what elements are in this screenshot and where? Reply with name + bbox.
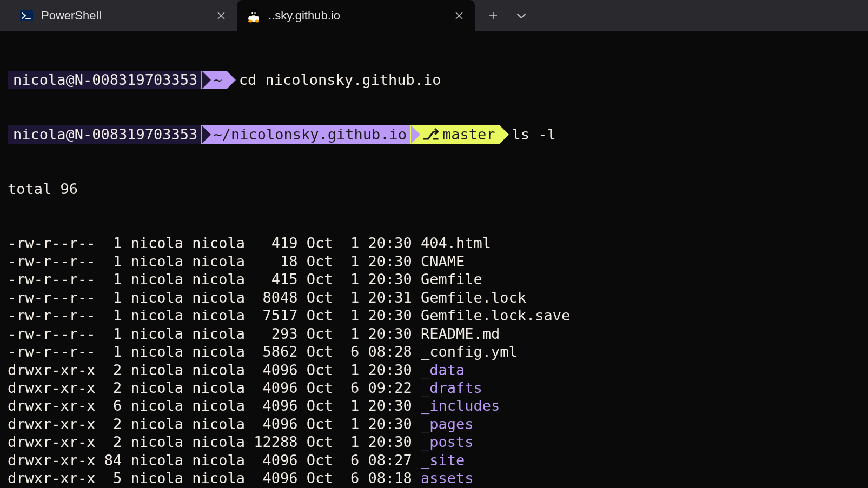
directory-name: _site [421,452,465,469]
list-item: -rw-r--r-- 1 nicola nicola 293 Oct 1 20:… [8,325,860,343]
list-item: drwxr-xr-x 2 nicola nicola 4096 Oct 1 20… [8,415,860,433]
titlebar-actions [485,7,530,24]
tab-title: ..sky.github.io [268,9,443,23]
command-text: ls -l [512,126,556,143]
powershell-icon [19,9,34,23]
ls-total: total 96 [8,180,860,198]
directory-name: _includes [421,397,500,414]
command-text: cd nicolonsky.github.io [239,71,441,88]
directory-name: assets [421,470,474,486]
prompt-user: nicola@N-008319703353 [8,71,202,89]
list-item: -rw-r--r-- 1 nicola nicola 7517 Oct 1 20… [8,306,860,324]
new-tab-button[interactable] [485,7,502,24]
list-item: drwxr-xr-x 2 nicola nicola 4096 Oct 1 20… [8,361,860,379]
svg-point-9 [248,20,253,23]
titlebar: PowerShell ..sky.github.io [0,0,868,31]
list-item: -rw-r--r-- 1 nicola nicola 415 Oct 1 20:… [8,270,860,288]
dropdown-button[interactable] [513,7,530,24]
prompt-user: nicola@N-008319703353 [8,125,202,144]
tux-icon [247,9,261,23]
list-item: -rw-r--r-- 1 nicola nicola 419 Oct 1 20:… [8,234,860,252]
tab-powershell[interactable]: PowerShell [10,0,237,31]
svg-point-7 [251,12,253,14]
file-name: 404.html [421,235,491,251]
prompt-line: nicola@N-008319703353~cd nicolonsky.gith… [8,71,860,89]
list-item: -rw-r--r-- 1 nicola nicola 8048 Oct 1 20… [8,289,860,306]
file-name: Gemfile [421,271,482,288]
list-item: drwxr-xr-x 2 nicola nicola 12288 Oct 1 2… [8,433,860,451]
file-name: Gemfile.lock [421,289,526,306]
svg-point-10 [255,20,259,23]
svg-point-8 [254,12,255,14]
file-name: Gemfile.lock.save [421,307,570,324]
prompt-branch: ⎇master [410,125,500,144]
terminal-body[interactable]: nicola@N-008319703353~cd nicolonsky.gith… [0,31,868,488]
file-name: _config.yml [421,343,518,360]
list-item: drwxr-xr-x 2 nicola nicola 4096 Oct 6 09… [8,379,860,397]
list-item: drwxr-xr-x 5 nicola nicola 4096 Oct 6 08… [8,469,860,487]
directory-name: _data [421,362,465,378]
prompt-line: nicola@N-008319703353~/nicolonsky.github… [8,125,860,144]
list-item: -rw-r--r-- 1 nicola nicola 5862 Oct 6 08… [8,343,860,360]
list-item: drwxr-xr-x 6 nicola nicola 4096 Oct 1 20… [8,397,860,415]
tab-title: PowerShell [41,9,206,23]
close-icon[interactable] [213,8,229,24]
file-listing: -rw-r--r-- 1 nicola nicola 419 Oct 1 20:… [8,234,860,488]
directory-name: _drafts [421,379,482,396]
directory-name: _pages [421,416,474,432]
list-item: drwxr-xr-x 84 nicola nicola 4096 Oct 6 0… [8,451,860,469]
directory-name: _posts [421,433,474,450]
list-item: -rw-r--r-- 1 nicola nicola 18 Oct 1 20:3… [8,252,860,270]
close-icon[interactable] [451,8,467,24]
file-name: README.md [421,325,500,342]
prompt-path: ~/nicolonsky.github.io [201,125,411,144]
git-branch-icon: ⎇ [422,125,439,143]
file-name: CNAME [421,253,465,270]
svg-rect-0 [20,10,33,21]
tab-linux-terminal[interactable]: ..sky.github.io [237,0,475,31]
